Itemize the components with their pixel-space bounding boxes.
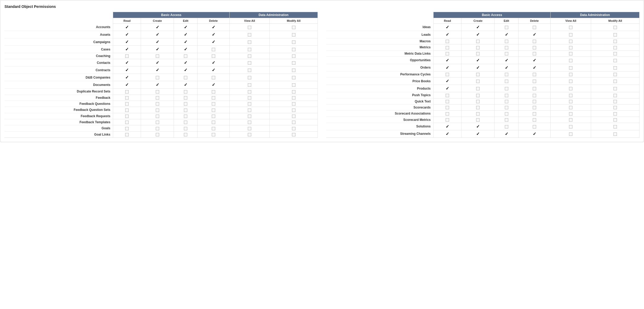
permission-cell[interactable] bbox=[229, 113, 270, 119]
permission-cell[interactable]: ✓ bbox=[141, 31, 174, 38]
checkbox-empty-icon[interactable] bbox=[125, 54, 129, 58]
checkbox-empty-icon[interactable] bbox=[613, 40, 617, 43]
checkbox-empty-icon[interactable] bbox=[476, 94, 480, 97]
permission-cell[interactable]: ✓ bbox=[495, 130, 518, 137]
checkbox-empty-icon[interactable] bbox=[184, 96, 187, 100]
permission-cell[interactable]: ✓ bbox=[141, 46, 174, 53]
permission-cell[interactable] bbox=[551, 104, 591, 110]
checkbox-empty-icon[interactable] bbox=[212, 76, 215, 79]
permission-cell[interactable] bbox=[495, 92, 518, 98]
permission-cell[interactable] bbox=[434, 44, 461, 50]
permission-cell[interactable] bbox=[518, 117, 551, 123]
permission-cell[interactable] bbox=[174, 119, 197, 125]
checkbox-empty-icon[interactable] bbox=[505, 80, 508, 83]
permission-cell[interactable] bbox=[113, 113, 141, 119]
checkbox-empty-icon[interactable] bbox=[125, 102, 129, 106]
checkbox-empty-icon[interactable] bbox=[212, 109, 215, 112]
checkbox-empty-icon[interactable] bbox=[125, 127, 129, 130]
checkbox-empty-icon[interactable] bbox=[156, 102, 159, 106]
checkbox-empty-icon[interactable] bbox=[569, 87, 572, 90]
permission-cell[interactable] bbox=[270, 46, 318, 53]
permission-cell[interactable] bbox=[591, 123, 640, 130]
permission-cell[interactable] bbox=[495, 44, 518, 50]
checkbox-empty-icon[interactable] bbox=[446, 112, 449, 116]
checkbox-empty-icon[interactable] bbox=[476, 80, 480, 83]
checkbox-empty-icon[interactable] bbox=[476, 46, 480, 49]
permission-cell[interactable] bbox=[197, 107, 229, 113]
permission-cell[interactable] bbox=[197, 119, 229, 125]
checkbox-empty-icon[interactable] bbox=[248, 54, 251, 58]
checkbox-empty-icon[interactable] bbox=[156, 121, 159, 124]
checkbox-empty-icon[interactable] bbox=[184, 121, 187, 124]
permission-cell[interactable] bbox=[113, 95, 141, 101]
checkbox-empty-icon[interactable] bbox=[569, 66, 572, 70]
permission-cell[interactable] bbox=[270, 95, 318, 101]
permission-cell[interactable]: ✓ bbox=[113, 81, 141, 89]
checkbox-empty-icon[interactable] bbox=[533, 106, 536, 109]
permission-cell[interactable] bbox=[518, 24, 551, 31]
permission-cell[interactable]: ✓ bbox=[113, 31, 141, 38]
permission-cell[interactable] bbox=[461, 78, 495, 85]
checkbox-empty-icon[interactable] bbox=[533, 73, 536, 76]
checkbox-empty-icon[interactable] bbox=[533, 40, 536, 43]
permission-cell[interactable]: ✓ bbox=[434, 56, 461, 64]
checkbox-empty-icon[interactable] bbox=[446, 40, 449, 43]
permission-cell[interactable]: ✓ bbox=[113, 46, 141, 53]
permission-cell[interactable] bbox=[591, 117, 640, 123]
checkbox-empty-icon[interactable] bbox=[156, 127, 159, 130]
checkbox-empty-icon[interactable] bbox=[292, 115, 295, 118]
permission-cell[interactable] bbox=[495, 104, 518, 110]
checkbox-empty-icon[interactable] bbox=[505, 100, 508, 103]
checkbox-empty-icon[interactable] bbox=[248, 115, 251, 118]
checkbox-empty-icon[interactable] bbox=[156, 96, 159, 100]
permission-cell[interactable]: ✓ bbox=[113, 66, 141, 74]
permission-cell[interactable] bbox=[229, 89, 270, 95]
permission-cell[interactable] bbox=[270, 24, 318, 31]
permission-cell[interactable] bbox=[495, 98, 518, 104]
permission-cell[interactable]: ✓ bbox=[518, 56, 551, 64]
checkbox-empty-icon[interactable] bbox=[505, 125, 508, 128]
permission-cell[interactable] bbox=[434, 98, 461, 104]
permission-cell[interactable]: ✓ bbox=[113, 24, 141, 31]
permission-cell[interactable] bbox=[229, 101, 270, 107]
checkbox-empty-icon[interactable] bbox=[569, 26, 572, 29]
checkbox-empty-icon[interactable] bbox=[184, 102, 187, 106]
permission-cell[interactable] bbox=[113, 101, 141, 107]
permission-cell[interactable]: ✓ bbox=[174, 38, 197, 46]
checkbox-empty-icon[interactable] bbox=[569, 80, 572, 83]
permission-cell[interactable] bbox=[270, 89, 318, 95]
checkbox-empty-icon[interactable] bbox=[248, 96, 251, 100]
permission-cell[interactable] bbox=[113, 131, 141, 137]
checkbox-empty-icon[interactable] bbox=[248, 76, 251, 79]
permission-cell[interactable] bbox=[197, 89, 229, 95]
checkbox-empty-icon[interactable] bbox=[533, 100, 536, 103]
permission-cell[interactable] bbox=[591, 111, 640, 117]
checkbox-empty-icon[interactable] bbox=[613, 59, 617, 62]
permission-cell[interactable] bbox=[434, 104, 461, 110]
permission-cell[interactable]: ✓ bbox=[434, 123, 461, 130]
checkbox-empty-icon[interactable] bbox=[569, 46, 572, 49]
checkbox-empty-icon[interactable] bbox=[125, 133, 129, 136]
permission-cell[interactable] bbox=[270, 113, 318, 119]
permission-cell[interactable] bbox=[229, 125, 270, 131]
permission-cell[interactable]: ✓ bbox=[174, 24, 197, 31]
checkbox-empty-icon[interactable] bbox=[248, 33, 251, 37]
checkbox-empty-icon[interactable] bbox=[248, 61, 251, 65]
permission-cell[interactable]: ✓ bbox=[197, 81, 229, 89]
checkbox-empty-icon[interactable] bbox=[505, 52, 508, 55]
permission-cell[interactable] bbox=[518, 111, 551, 117]
checkbox-empty-icon[interactable] bbox=[292, 61, 295, 65]
checkbox-empty-icon[interactable] bbox=[533, 94, 536, 97]
permission-cell[interactable] bbox=[591, 24, 640, 31]
checkbox-empty-icon[interactable] bbox=[292, 40, 295, 44]
permission-cell[interactable] bbox=[197, 113, 229, 119]
permission-cell[interactable] bbox=[551, 78, 591, 85]
checkbox-empty-icon[interactable] bbox=[505, 94, 508, 97]
checkbox-empty-icon[interactable] bbox=[292, 54, 295, 58]
checkbox-empty-icon[interactable] bbox=[184, 109, 187, 112]
checkbox-empty-icon[interactable] bbox=[613, 94, 617, 97]
checkbox-empty-icon[interactable] bbox=[212, 115, 215, 118]
permission-cell[interactable] bbox=[551, 85, 591, 92]
permission-cell[interactable]: ✓ bbox=[434, 130, 461, 137]
permission-cell[interactable] bbox=[551, 31, 591, 38]
